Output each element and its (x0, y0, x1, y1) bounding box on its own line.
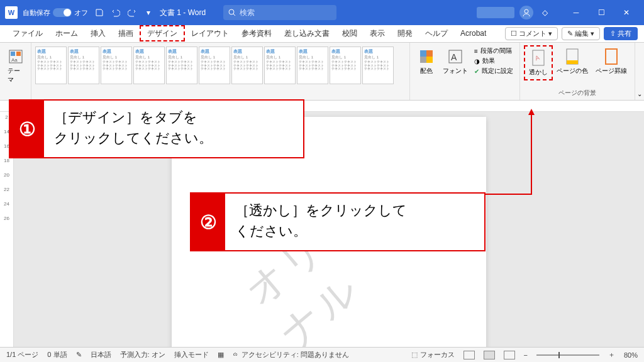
svg-rect-3 (11, 52, 15, 56)
tab-校閲[interactable]: 校閲 (336, 26, 364, 40)
page-background-group-label: ページの背景 (524, 89, 631, 97)
autosave-toggle[interactable]: 自動保存 オフ (23, 8, 88, 18)
spellcheck-icon[interactable]: ✎ (76, 351, 82, 359)
tab-ファイル[interactable]: ファイル (6, 26, 49, 40)
qa-dropdown-icon[interactable]: ▾ (142, 6, 155, 19)
comments-button[interactable]: ☐ コメント ▾ (505, 27, 558, 40)
document-formatting-gallery[interactable]: 表題見出し 1テキストテキストテキストテキストテキストテキスト表題見出し 1テキ… (35, 45, 406, 84)
tab-Acrobat[interactable]: Acrobat (454, 26, 492, 40)
svg-rect-7 (426, 50, 433, 57)
predictive-input[interactable]: 予測入力: オン (120, 350, 165, 359)
annotation-1: ① ［デザイン］をタブを クリックしてください。 (9, 99, 304, 158)
watermark-icon: A (530, 49, 547, 67)
close-button[interactable]: ✕ (614, 3, 639, 23)
ribbon-tabs: ファイルホーム挿入描画デザインレイアウト参考資料差し込み文書校閲表示開発ヘルプA… (0, 25, 644, 43)
tab-挿入[interactable]: 挿入 (84, 26, 112, 40)
theme-preset[interactable]: 表題見出し 1テキストテキストテキストテキストテキストテキスト (199, 47, 230, 84)
svg-rect-6 (420, 50, 426, 57)
minimize-button[interactable]: ─ (564, 3, 589, 23)
fonts-button[interactable]: A フォント (439, 45, 472, 97)
tab-ヘルプ[interactable]: ヘルプ (419, 26, 454, 40)
tab-デザイン[interactable]: デザイン (140, 25, 185, 41)
user-name[interactable] (477, 7, 514, 18)
title-bar: W 自動保存 オフ ▾ 文書 1 - Word 検索 ◇ ─ ☐ ✕ (0, 0, 644, 25)
tab-描画[interactable]: 描画 (112, 26, 140, 40)
theme-preset[interactable]: 表題見出し 1テキストテキストテキストテキストテキストテキスト (264, 47, 296, 84)
page-color-icon (564, 48, 581, 65)
svg-text:A: A (534, 54, 540, 62)
web-layout-button[interactable] (504, 351, 515, 359)
search-placeholder: 検索 (240, 8, 255, 18)
collapse-ribbon-button[interactable]: ⌄ (635, 43, 644, 100)
page-borders-icon (602, 48, 620, 65)
zoom-level[interactable]: 80% (624, 351, 638, 359)
print-layout-button[interactable] (484, 351, 495, 359)
svg-text:A: A (451, 52, 457, 62)
effects-icon: ◑ (474, 58, 480, 65)
maximize-button[interactable]: ☐ (589, 3, 614, 23)
check-icon: ✔ (474, 68, 479, 75)
theme-preset[interactable]: 表題見出し 1テキストテキストテキストテキストテキストテキスト (297, 47, 328, 84)
page-color-button[interactable]: ページの色 (553, 45, 592, 80)
theme-preset[interactable]: 表題見出し 1テキストテキストテキストテキストテキストテキスト (35, 47, 67, 84)
theme-preset[interactable]: 表題見出し 1テキストテキストテキストテキストテキストテキスト (166, 47, 197, 84)
svg-rect-9 (426, 57, 433, 63)
theme-preset[interactable]: 表題見出し 1テキストテキストテキストテキストテキストテキスト (101, 47, 132, 84)
colors-button[interactable]: 配色 (414, 45, 439, 97)
svg-point-0 (229, 9, 234, 14)
ribbon: Aa テーマ 表題見出し 1テキストテキストテキストテキストテキストテキスト表題… (0, 43, 644, 101)
theme-preset[interactable]: 表題見出し 1テキストテキストテキストテキストテキストテキスト (330, 47, 361, 84)
page-borders-button[interactable]: ページ罫線 (592, 45, 631, 80)
svg-rect-4 (16, 52, 21, 56)
theme-preset[interactable]: 表題見出し 1テキストテキストテキストテキストテキストテキスト (68, 47, 99, 84)
theme-preset[interactable]: 表題見出し 1テキストテキストテキストテキストテキストテキスト (133, 47, 165, 84)
macro-icon[interactable]: ▦ (218, 351, 224, 359)
svg-point-1 (525, 9, 528, 13)
redo-icon[interactable] (126, 6, 138, 19)
set-default-button[interactable]: ✔既定に設定 (474, 67, 513, 75)
accessibility-status[interactable]: ᯅ アクセシビリティ: 問題ありません (233, 350, 349, 359)
svg-rect-16 (606, 49, 617, 64)
zoom-out[interactable]: − (524, 351, 528, 359)
read-mode-button[interactable] (464, 351, 475, 359)
annotation-1-text: ［デザイン］をタブを クリックしてください。 (44, 101, 223, 157)
svg-text:Aa: Aa (11, 57, 18, 63)
theme-preset[interactable]: 表題見出し 1テキストテキストテキストテキストテキストテキスト (231, 47, 263, 84)
undo-icon[interactable] (109, 6, 122, 19)
tab-表示[interactable]: 表示 (364, 26, 391, 40)
effects-button[interactable]: ◑効果 (474, 57, 513, 65)
tab-参考資料[interactable]: 参考資料 (235, 26, 278, 40)
svg-rect-15 (567, 60, 578, 64)
diamond-icon[interactable]: ◇ (538, 6, 551, 19)
focus-mode[interactable]: ⬚ フォーカス (411, 350, 454, 359)
tab-差し込み文書[interactable]: 差し込み文書 (278, 26, 336, 40)
word-count[interactable]: 0 単語 (47, 350, 67, 359)
fonts-icon: A (447, 48, 464, 65)
paragraph-spacing-button[interactable]: ≡段落の間隔 (474, 47, 513, 55)
tab-ホーム[interactable]: ホーム (49, 26, 84, 40)
document-title: 文書 1 - Word (160, 8, 206, 18)
save-icon[interactable] (93, 6, 106, 19)
zoom-slider[interactable] (536, 354, 599, 356)
zoom-in[interactable]: ＋ (608, 350, 615, 359)
search-icon (228, 9, 236, 16)
theme-preset[interactable]: 表題見出し 1テキストテキストテキストテキストテキストテキスト (362, 47, 394, 84)
themes-icon: Aa (7, 48, 25, 65)
annotation-arrow (486, 194, 532, 195)
insert-mode[interactable]: 挿入モード (174, 350, 209, 359)
page-count[interactable]: 1/1 ページ (6, 350, 38, 359)
colors-icon (418, 48, 435, 65)
annotation-arrow (531, 111, 532, 195)
editing-mode-button[interactable]: ✎ 編集 ▾ (562, 27, 600, 40)
annotation-2: ② ［透かし］をクリックして ください。 (190, 192, 486, 251)
search-box[interactable]: 検索 (223, 5, 336, 20)
user-avatar[interactable] (519, 6, 533, 19)
themes-button[interactable]: Aa テーマ (4, 45, 27, 87)
status-bar: 1/1 ページ 0 単語 ✎ 日本語 予測入力: オン 挿入モード ▦ ᯅ アク… (0, 347, 644, 362)
language-status[interactable]: 日本語 (91, 350, 111, 359)
watermark-button[interactable]: A 透かし (524, 45, 553, 80)
tab-レイアウト[interactable]: レイアウト (185, 26, 235, 40)
tab-開発[interactable]: 開発 (391, 26, 419, 40)
share-button[interactable]: ⇧ 共有 (604, 27, 638, 40)
autosave-state: オフ (74, 8, 88, 18)
